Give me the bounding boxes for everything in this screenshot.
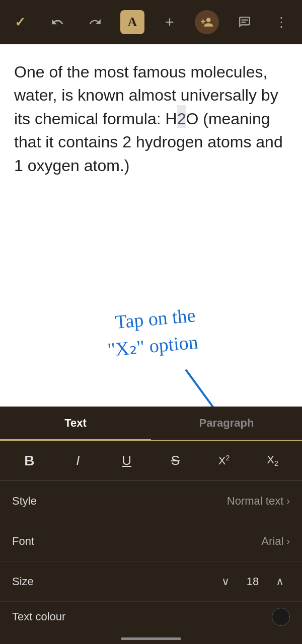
style-row[interactable]: Style Normal text ›	[0, 481, 302, 521]
superscript-button[interactable]: X2	[208, 447, 240, 475]
style-label: Style	[12, 495, 37, 508]
more-icon: ⋮	[275, 15, 288, 30]
svg-line-4	[186, 370, 257, 407]
size-label: Size	[12, 575, 34, 588]
add-icon: +	[165, 14, 174, 31]
underline-label: U	[122, 453, 131, 468]
home-indicator	[121, 637, 181, 640]
tab-underline-indicator	[0, 439, 151, 441]
italic-label: I	[76, 453, 80, 468]
size-controls: ∨ 18 ∧	[215, 572, 290, 592]
font-icon: A	[127, 15, 137, 30]
subscript-label: X2	[267, 453, 278, 467]
check-icon: ✓	[15, 15, 26, 30]
svg-text:Tap on the: Tap on the	[114, 304, 196, 333]
style-value: Normal text	[227, 495, 283, 508]
strikethrough-button[interactable]: S	[159, 447, 191, 475]
size-decrease-button[interactable]: ∨	[215, 572, 236, 592]
document-area: One of the most famous molecules, water,…	[0, 44, 302, 407]
font-chevron-icon: ›	[286, 535, 290, 547]
bold-button[interactable]: B	[13, 447, 45, 475]
tab-paragraph-label: Paragraph	[199, 417, 254, 430]
svg-text:"X₂" option: "X₂" option	[107, 331, 199, 360]
redo-icon	[89, 16, 102, 29]
add-button[interactable]: +	[158, 10, 182, 34]
superscript-label: X2	[218, 454, 230, 467]
font-value-group: Arial ›	[261, 535, 290, 548]
font-row[interactable]: Font Arial ›	[0, 521, 302, 561]
top-toolbar: ✓ A + ⋮	[0, 0, 302, 44]
size-value: 18	[244, 575, 262, 588]
font-format-button[interactable]: A	[120, 10, 144, 34]
undo-button[interactable]	[45, 10, 69, 34]
svg-rect-0	[241, 20, 248, 21]
style-value-group: Normal text ›	[227, 495, 290, 508]
svg-rect-1	[241, 22, 246, 23]
check-button[interactable]: ✓	[8, 10, 32, 34]
tab-paragraph[interactable]: Paragraph	[151, 407, 302, 440]
undo-icon	[51, 16, 64, 29]
size-increase-button[interactable]: ∧	[270, 572, 290, 592]
tab-text[interactable]: Text	[0, 407, 151, 440]
underline-button[interactable]: U	[111, 447, 143, 475]
strikethrough-label: S	[171, 453, 180, 468]
comment-button[interactable]	[233, 10, 257, 34]
add-person-icon	[200, 16, 213, 29]
avatar-button[interactable]	[195, 10, 219, 34]
subscript-button[interactable]: X2	[257, 447, 289, 475]
document-content[interactable]: One of the most famous molecules, water,…	[14, 60, 288, 177]
size-down-icon: ∨	[221, 575, 230, 588]
format-buttons-row: B I U S X2 X2	[0, 441, 302, 481]
font-label: Font	[12, 535, 34, 548]
bottom-panel: Text Paragraph B I U S X2 X2 Style Norma…	[0, 407, 302, 644]
text-colour-swatch	[272, 608, 290, 626]
size-row: Size ∨ 18 ∧	[0, 561, 302, 602]
style-chevron-icon: ›	[286, 495, 290, 507]
text-colour-row[interactable]: Text colour	[0, 602, 302, 632]
size-up-icon: ∧	[276, 575, 284, 588]
italic-button[interactable]: I	[62, 447, 94, 475]
more-button[interactable]: ⋮	[270, 10, 294, 34]
tabs-bar: Text Paragraph	[0, 407, 302, 441]
redo-button[interactable]	[83, 10, 107, 34]
comment-icon	[238, 16, 251, 29]
bold-label: B	[24, 453, 34, 469]
tab-text-label: Text	[64, 417, 87, 430]
font-value: Arial	[261, 535, 283, 548]
text-colour-label: Text colour	[12, 610, 65, 623]
